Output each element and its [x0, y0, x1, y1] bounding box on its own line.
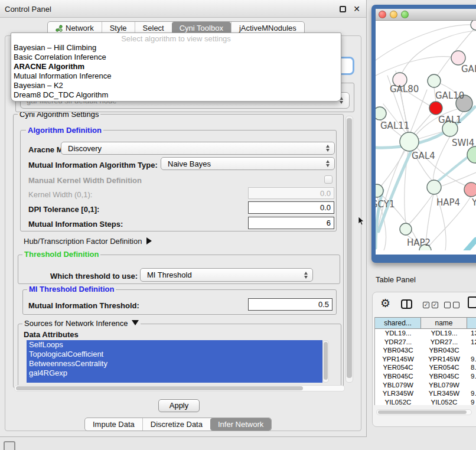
tab-label: Style	[110, 24, 127, 32]
table-cell[interactable]: 13	[467, 329, 476, 338]
table-cell[interactable]	[467, 346, 476, 355]
table-cell[interactable]: YBR045C	[421, 372, 467, 381]
table-row[interactable]: YDR27...YDR27...12	[375, 338, 476, 347]
network-node-hap4[interactable]	[427, 180, 441, 194]
algorithm-option-dream8-dc-tdc-algorithm[interactable]: Dream8 DC_TDC Algorithm	[11, 90, 341, 100]
zoom-traffic-light-icon[interactable]	[401, 11, 409, 18]
algorithm-option-bayesian-hill-climbing[interactable]: Bayesian – Hill Climbing	[11, 43, 341, 53]
document-icon[interactable]	[468, 296, 476, 308]
data-attribute-option-gal4rgexp[interactable]: gal4RGexp	[27, 369, 322, 378]
table-cell[interactable]: 9.	[467, 372, 476, 381]
algorithm-option-bayesian-k2[interactable]: Bayesian – K2	[11, 81, 341, 90]
column-header-2[interactable]	[467, 317, 476, 329]
table-cell[interactable]: 9.	[467, 355, 476, 364]
network-edge[interactable]	[410, 90, 427, 132]
table-cell[interactable]: YBR043C	[375, 346, 421, 355]
data-attributes-list: SelfLoopsTopologicalCoefficientBetweenne…	[27, 340, 322, 383]
data-attribute-option-partial[interactable]	[27, 378, 322, 383]
tab-discretize-data[interactable]: Discretize Data	[142, 418, 210, 431]
table-cell[interactable]: YDL19...	[375, 329, 421, 338]
table-row[interactable]: YLR345WYLR345W9.	[375, 389, 476, 398]
network-node[interactable]	[471, 21, 476, 30]
settings-horizontal-scrollbar[interactable]	[14, 385, 345, 392]
table-cell[interactable]: 9	[467, 398, 476, 405]
table-cell[interactable]: YLR345W	[375, 389, 421, 398]
attributes-scrollbar[interactable]	[322, 340, 329, 383]
network-edge[interactable]	[376, 57, 453, 76]
table-cell[interactable]: YDL19...	[421, 329, 467, 338]
dpi-tolerance-field[interactable]: 0.0	[248, 201, 334, 214]
kernel-width-field[interactable]: 0.0	[248, 187, 334, 199]
network-node-gal[interactable]	[451, 51, 465, 65]
network-node-gal1[interactable]	[429, 102, 442, 115]
table-cell[interactable]: 12	[467, 338, 476, 347]
deselect-all-checkboxes-icon[interactable]	[444, 302, 459, 308]
aracne-mode-combo[interactable]: Discovery	[61, 142, 335, 155]
algorithm-option-aracne-algorithm[interactable]: ARACNE Algorithm	[11, 62, 341, 71]
network-node[interactable]	[467, 146, 476, 163]
apply-button[interactable]: Apply	[158, 399, 200, 412]
table-cell[interactable]: YLR345W	[421, 389, 467, 398]
network-node-hap2[interactable]	[400, 223, 412, 235]
tab-infer-network[interactable]: Infer Network	[210, 418, 271, 431]
mi-algorithm-type-combo[interactable]: Naive Bayes	[161, 157, 335, 170]
manual-kernel-width-checkbox[interactable]	[324, 175, 332, 184]
algorithm-option-basic-correlation-inference[interactable]: Basic Correlation Inference	[11, 53, 341, 62]
algorithm-definition-title: Algorithm Definition	[26, 126, 103, 134]
network-node-gal4[interactable]	[400, 132, 419, 151]
table-cell[interactable]: YDR27...	[375, 338, 421, 347]
algorithm-option-mutual-information-inference[interactable]: Mutual Information Inference	[11, 71, 341, 81]
network-node-gal11[interactable]	[376, 107, 386, 120]
settings-vertical-scrollbar[interactable]	[345, 116, 353, 383]
table-cell[interactable]: YPR145W	[421, 355, 467, 364]
mi-steps-field[interactable]: 6	[248, 217, 334, 229]
table-cell[interactable]	[467, 381, 476, 390]
table-row[interactable]: YDL19...YDL19...13	[375, 329, 476, 338]
minimize-traffic-light-icon[interactable]	[390, 11, 397, 18]
mi-threshold-field[interactable]: 0.5	[248, 298, 332, 311]
network-node-label: GAL11	[380, 120, 409, 131]
column-layout-icon[interactable]	[401, 299, 412, 309]
table-row[interactable]: YBR045CYBR045C9.	[375, 372, 476, 381]
network-canvas[interactable]: GALGAL80GAL10GAL1GAL11GAL4SWI4HAP4YGCY1H…	[376, 21, 476, 250]
table-cell[interactable]: YPR145W	[375, 355, 421, 364]
table-horizontal-scrollbar[interactable]	[376, 409, 472, 415]
table-cell[interactable]: YBR043C	[421, 346, 467, 355]
network-node-y[interactable]	[464, 182, 476, 197]
table-row[interactable]: YBR043CYBR043C	[375, 346, 476, 355]
network-node-gal10[interactable]	[428, 74, 441, 87]
network-edge[interactable]	[455, 240, 476, 250]
table-cell[interactable]: YER054C	[375, 363, 421, 372]
tab-label: Network	[66, 24, 94, 32]
network-window-titlebar[interactable]	[376, 9, 476, 21]
select-all-checkboxes-icon[interactable]: ✓✓	[423, 302, 438, 308]
sources-toggle[interactable]: Sources for Network Inference	[22, 319, 141, 327]
table-row[interactable]: YER054CYER054C8.	[375, 363, 476, 372]
table-settings-gear-icon[interactable]: ⚙	[380, 296, 390, 310]
data-attribute-option-betweennesscentrality[interactable]: BetweennessCentrality	[27, 359, 322, 369]
data-attribute-option-topologicalcoefficient[interactable]: TopologicalCoefficient	[27, 350, 322, 359]
table-cell[interactable]: YIL052C	[421, 398, 467, 405]
table-cell[interactable]: YBL079W	[421, 381, 467, 390]
table-cell[interactable]: 9.	[467, 389, 476, 398]
table-cell[interactable]: YBR045C	[375, 372, 421, 381]
table-row[interactable]: YIL052CYIL052C9	[375, 398, 476, 405]
column-header-name[interactable]: name	[421, 317, 467, 329]
table-row[interactable]: YPR145WYPR145W9.	[375, 355, 476, 364]
table-cell[interactable]: YDR27...	[421, 338, 467, 347]
data-attribute-option-selfloops[interactable]: SelfLoops	[27, 340, 322, 350]
column-header-shared-[interactable]: shared...	[375, 317, 421, 329]
tab-impute-data[interactable]: Impute Data	[85, 418, 142, 431]
which-threshold-combo[interactable]: MI Threshold	[140, 268, 313, 282]
close-traffic-light-icon[interactable]	[379, 11, 386, 18]
float-window-icon[interactable]	[340, 6, 346, 12]
table-row[interactable]: YBL079WYBL079W	[375, 381, 476, 390]
table-cell[interactable]: YBL079W	[375, 381, 421, 390]
close-icon[interactable]: ✕	[353, 4, 360, 14]
table-cell[interactable]: 8.	[467, 363, 476, 372]
network-edge[interactable]	[409, 194, 433, 224]
table-cell[interactable]: YIL052C	[375, 398, 421, 405]
table-cell[interactable]: YER054C	[421, 363, 467, 372]
minimized-panel-icon[interactable]	[4, 441, 15, 450]
hub-definition-toggle[interactable]: Hub/Transcription Factor Definition	[24, 237, 152, 246]
